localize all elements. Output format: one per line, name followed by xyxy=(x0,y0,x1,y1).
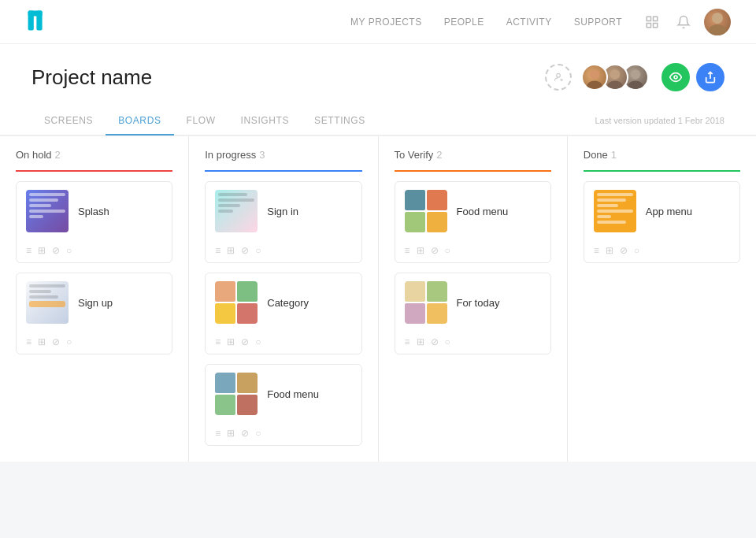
tab-boards[interactable]: BOARDS xyxy=(106,107,173,135)
navbar: MY PROJECTS PEOPLE ACTIVITY SUPPORT xyxy=(0,0,756,44)
grid-icon: ⊞ xyxy=(227,336,235,347)
project-top: Project name xyxy=(32,63,724,91)
link-icon: ⊘ xyxy=(52,245,60,256)
card-category[interactable]: Category ≡ ⊞ ⊘ ○ xyxy=(205,273,361,354)
nav-my-projects[interactable]: MY PROJECTS xyxy=(350,17,422,28)
svg-point-18 xyxy=(674,76,677,79)
card-title-food-menu-2: Food menu xyxy=(457,206,509,217)
comment-icon: ○ xyxy=(66,245,72,256)
card-thumbnail-food-menu-1 xyxy=(215,373,258,415)
bell-icon[interactable] xyxy=(673,11,695,33)
version-label: Last version updated 1 Febr 2018 xyxy=(595,116,724,135)
svg-point-16 xyxy=(631,69,640,79)
column-header-in-progress: In progress 3 xyxy=(205,136,361,172)
tab-flow[interactable]: FLOW xyxy=(174,107,228,135)
nav-activity[interactable]: ACTIVITY xyxy=(506,17,552,28)
svg-rect-3 xyxy=(647,17,650,20)
nav-actions xyxy=(641,9,731,35)
svg-rect-2 xyxy=(28,10,43,16)
lines-icon: ≡ xyxy=(26,245,32,256)
column-count-done: 1 xyxy=(611,149,617,161)
lines-icon: ≡ xyxy=(215,336,220,347)
card-footer-sign-up: ≡ ⊞ ⊘ ○ xyxy=(17,332,172,354)
link-icon: ⊘ xyxy=(241,336,249,347)
card-footer-splash: ≡ ⊞ ⊘ ○ xyxy=(17,240,172,262)
column-header-to-verify: To Verify 2 xyxy=(395,136,551,172)
column-header-on-hold: On hold 2 xyxy=(16,136,172,172)
svg-point-12 xyxy=(590,69,599,79)
comment-icon: ○ xyxy=(634,245,639,256)
column-count-in-progress: 3 xyxy=(259,149,265,161)
card-body-food-menu-2: Food menu xyxy=(395,182,550,240)
project-title: Project name xyxy=(32,65,152,90)
lines-icon: ≡ xyxy=(594,245,599,256)
card-thumbnail-for-today xyxy=(405,281,447,324)
lines-icon: ≡ xyxy=(405,245,410,256)
card-sign-in[interactable]: Sign in ≡ ⊞ ⊘ ○ xyxy=(205,181,361,263)
card-thumbnail-sign-in xyxy=(215,190,258,232)
nav-links: MY PROJECTS PEOPLE ACTIVITY SUPPORT xyxy=(350,17,622,28)
card-thumbnail-food-menu-2 xyxy=(405,190,447,232)
link-icon: ⊘ xyxy=(431,245,439,256)
svg-point-14 xyxy=(610,69,620,79)
avatar-1 xyxy=(581,64,608,91)
card-body-for-today: For today xyxy=(395,273,550,332)
svg-point-13 xyxy=(587,80,602,91)
column-count-to-verify: 2 xyxy=(436,149,442,161)
column-title-done: Done xyxy=(584,149,608,161)
card-body-splash: Splash xyxy=(17,182,172,240)
column-count-on-hold: 2 xyxy=(55,149,61,161)
grid-icon: ⊞ xyxy=(38,336,46,347)
card-thumbnail-app-menu xyxy=(594,190,636,232)
comment-icon: ○ xyxy=(66,336,72,347)
tab-insights[interactable]: INSIGHTS xyxy=(228,107,302,135)
card-food-menu-2[interactable]: Food menu ≡ ⊞ ⊘ ○ xyxy=(395,181,551,263)
user-avatar[interactable] xyxy=(704,9,731,35)
column-in-progress: In progress 3 Sign in ≡ ⊞ ⊘ xyxy=(189,136,378,462)
card-footer-category: ≡ ⊞ ⊘ ○ xyxy=(206,332,361,354)
card-title-sign-up: Sign up xyxy=(78,297,113,309)
card-footer-sign-in: ≡ ⊞ ⊘ ○ xyxy=(206,240,361,262)
tab-settings[interactable]: SETTINGS xyxy=(302,107,378,135)
column-header-done: Done 1 xyxy=(584,136,740,172)
lines-icon: ≡ xyxy=(26,336,32,347)
nav-people[interactable]: PEOPLE xyxy=(444,17,484,28)
project-header: Project name xyxy=(0,44,756,135)
nav-support[interactable]: SUPPORT xyxy=(574,17,622,28)
grid-icon: ⊞ xyxy=(606,245,613,256)
link-icon: ⊘ xyxy=(52,336,60,347)
column-on-hold: On hold 2 Splash ≡ ⊞ xyxy=(0,136,189,462)
card-splash[interactable]: Splash ≡ ⊞ ⊘ ○ xyxy=(16,181,172,263)
share-button[interactable] xyxy=(696,63,724,91)
project-actions xyxy=(545,63,724,91)
column-title-in-progress: In progress xyxy=(205,149,256,161)
card-sign-up[interactable]: Sign up ≡ ⊞ ⊘ ○ xyxy=(16,273,172,354)
card-title-sign-in: Sign in xyxy=(267,206,298,217)
lines-icon: ≡ xyxy=(405,336,410,347)
lines-icon: ≡ xyxy=(215,428,220,439)
svg-point-8 xyxy=(709,24,726,35)
card-title-category: Category xyxy=(267,297,309,309)
lines-icon: ≡ xyxy=(215,245,220,256)
preview-button[interactable] xyxy=(662,63,690,91)
card-title-app-menu: App menu xyxy=(646,206,692,217)
logo[interactable] xyxy=(25,6,54,38)
grid-icon[interactable] xyxy=(641,11,663,33)
card-title-splash: Splash xyxy=(78,206,109,217)
svg-point-15 xyxy=(607,80,622,91)
svg-rect-4 xyxy=(654,17,658,20)
add-user-button[interactable] xyxy=(545,64,572,91)
card-body-sign-up: Sign up xyxy=(17,273,172,332)
link-icon: ⊘ xyxy=(431,336,439,347)
link-icon: ⊘ xyxy=(241,245,249,256)
card-food-menu-1[interactable]: Food menu ≡ ⊞ ⊘ ○ xyxy=(205,364,361,446)
column-done: Done 1 App menu ≡ xyxy=(568,136,756,462)
card-for-today[interactable]: For today ≡ ⊞ ⊘ ○ xyxy=(395,273,551,354)
card-footer-food-menu-1: ≡ ⊞ ⊘ ○ xyxy=(206,423,361,445)
card-footer-for-today: ≡ ⊞ ⊘ ○ xyxy=(395,332,550,354)
column-to-verify: To Verify 2 Food menu ≡ ⊞ ⊘ xyxy=(379,136,568,462)
card-app-menu[interactable]: App menu ≡ ⊞ ⊘ ○ xyxy=(584,181,740,263)
grid-icon: ⊞ xyxy=(227,245,235,256)
comment-icon: ○ xyxy=(445,336,450,347)
tab-screens[interactable]: SCREENS xyxy=(32,107,106,135)
